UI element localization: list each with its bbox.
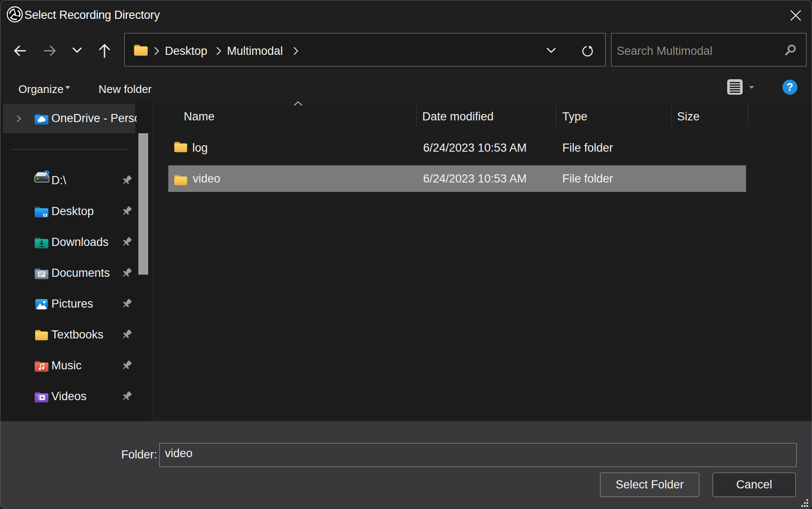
svg-text:?: ? (43, 169, 51, 181)
